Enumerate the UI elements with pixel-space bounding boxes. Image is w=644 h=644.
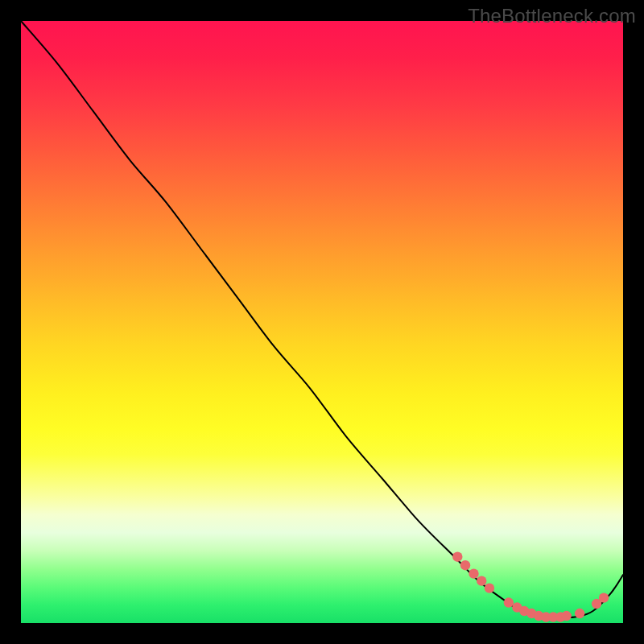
curve-markers — [452, 552, 609, 622]
curve-marker — [561, 611, 571, 621]
curve-marker — [460, 560, 470, 570]
bottleneck-curve-line — [21, 21, 623, 617]
curve-marker — [485, 583, 494, 592]
chart-plot-area — [21, 21, 623, 623]
chart-svg — [21, 21, 623, 623]
watermark-text: TheBottleneck.com — [468, 5, 636, 27]
curve-marker — [599, 592, 609, 602]
curve-marker — [469, 568, 478, 578]
curve-marker — [504, 597, 514, 607]
curve-marker — [452, 552, 462, 562]
app-frame: TheBottleneck.com — [0, 0, 644, 644]
curve-marker — [575, 609, 584, 618]
curve-marker — [477, 576, 486, 585]
